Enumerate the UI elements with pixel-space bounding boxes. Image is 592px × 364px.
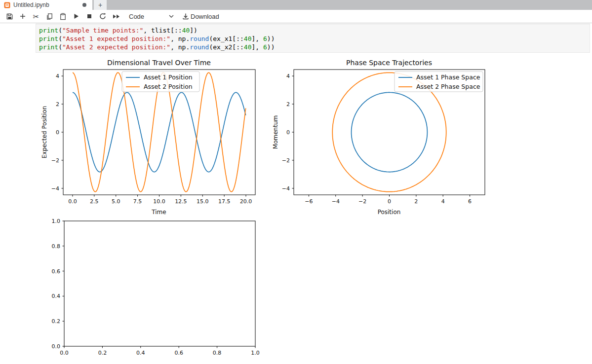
- download-button[interactable]: Download: [182, 13, 219, 20]
- tab-title: Untitled.ipynb: [13, 1, 82, 8]
- svg-text:−6: −6: [305, 198, 313, 205]
- code-cell[interactable]: print("Sample time points:", tlist[::40]…: [36, 24, 590, 53]
- save-button[interactable]: [3, 10, 16, 22]
- new-tab-button[interactable]: +: [94, 0, 107, 10]
- matplotlib-figure: 0.02.55.07.510.012.515.017.520.0−4−2024D…: [0, 55, 499, 364]
- browser-tab-notebook[interactable]: Untitled.ipynb: [0, 0, 92, 10]
- svg-text:−4: −4: [332, 198, 340, 205]
- svg-text:0: 0: [56, 129, 59, 136]
- svg-text:17.5: 17.5: [218, 198, 231, 205]
- svg-text:4: 4: [56, 73, 59, 79]
- svg-text:1.0: 1.0: [251, 350, 260, 356]
- svg-text:0: 0: [286, 129, 290, 136]
- svg-text:0.2: 0.2: [52, 318, 61, 325]
- svg-text:0.0: 0.0: [52, 343, 61, 350]
- interrupt-kernel-button[interactable]: [83, 10, 96, 22]
- svg-text:Position: Position: [378, 209, 401, 216]
- subplot-2: −6−4−20246−4−2024Phase Space Trajectorie…: [272, 59, 485, 216]
- run-cell-button[interactable]: [70, 10, 82, 22]
- fast-forward-icon: [112, 13, 120, 20]
- svg-text:−2: −2: [51, 157, 59, 164]
- axes-frame: [64, 221, 255, 346]
- plus-icon: [19, 13, 26, 20]
- svg-text:0.4: 0.4: [52, 293, 61, 299]
- save-icon: [6, 13, 13, 20]
- svg-text:10.0: 10.0: [153, 198, 165, 205]
- svg-text:Time: Time: [151, 209, 166, 216]
- download-label: Download: [191, 13, 219, 20]
- download-icon: [182, 13, 189, 20]
- svg-text:0.0: 0.0: [60, 350, 69, 356]
- svg-text:5.0: 5.0: [112, 198, 120, 205]
- svg-text:−2: −2: [282, 157, 290, 164]
- svg-text:2: 2: [56, 101, 59, 108]
- svg-text:20.0: 20.0: [240, 198, 252, 205]
- play-icon: [73, 13, 79, 20]
- svg-text:4: 4: [286, 73, 290, 79]
- notebook-favicon: [4, 2, 10, 8]
- svg-text:0.0: 0.0: [68, 198, 77, 205]
- notebook-toolbar: ✂ Code: [0, 10, 592, 23]
- svg-text:0.4: 0.4: [136, 350, 145, 356]
- legend: Asset 1 PositionAsset 2 Position: [122, 72, 199, 92]
- svg-text:4: 4: [441, 198, 445, 205]
- cell-output-area: 0.02.55.07.510.012.515.017.520.0−4−2024D…: [0, 55, 499, 364]
- cell-type-dropdown[interactable]: Code: [129, 13, 174, 20]
- svg-text:0.2: 0.2: [98, 350, 107, 356]
- svg-text:−4: −4: [51, 185, 59, 192]
- svg-text:2: 2: [414, 198, 418, 205]
- chevron-down-icon: [168, 14, 174, 18]
- svg-text:15.0: 15.0: [197, 198, 209, 205]
- copy-icon: [46, 13, 53, 20]
- restart-run-all-button[interactable]: [110, 10, 122, 22]
- legend: Asset 1 Phase SpaceAsset 2 Phase Space: [395, 72, 483, 92]
- cut-cell-button[interactable]: ✂: [30, 10, 42, 22]
- stop-icon: [86, 13, 93, 20]
- insert-cell-button[interactable]: [16, 10, 29, 22]
- paste-cell-button[interactable]: [56, 10, 69, 22]
- unsaved-changes-indicator: [82, 3, 86, 7]
- svg-text:0.8: 0.8: [52, 243, 61, 250]
- svg-text:Asset 2 Position: Asset 2 Position: [144, 83, 193, 90]
- restart-kernel-button[interactable]: [96, 10, 109, 22]
- copy-cell-button[interactable]: [43, 10, 56, 22]
- svg-text:Phase Space Trajectories: Phase Space Trajectories: [346, 59, 432, 67]
- svg-text:−4: −4: [282, 185, 290, 192]
- svg-text:Asset 1 Phase Space: Asset 1 Phase Space: [416, 73, 480, 81]
- svg-text:2.5: 2.5: [90, 198, 99, 205]
- code-cell-source[interactable]: print("Sample time points:", tlist[::40]…: [36, 24, 590, 51]
- svg-text:Expected Position: Expected Position: [41, 106, 48, 159]
- svg-text:12.5: 12.5: [175, 198, 187, 205]
- subplot-3: 0.00.20.40.60.81.00.00.20.40.60.81.0: [52, 218, 260, 356]
- svg-text:0.6: 0.6: [52, 268, 61, 275]
- svg-text:Dimensional Travel Over Time: Dimensional Travel Over Time: [107, 59, 211, 67]
- svg-text:Asset 1 Position: Asset 1 Position: [144, 73, 193, 81]
- svg-text:0: 0: [388, 198, 391, 205]
- svg-text:1.0: 1.0: [52, 218, 61, 224]
- paste-icon: [59, 13, 67, 20]
- svg-text:0.8: 0.8: [213, 350, 222, 356]
- svg-text:2: 2: [286, 101, 290, 108]
- subplot-1: 0.02.55.07.510.012.515.017.520.0−4−2024D…: [41, 59, 255, 216]
- browser-tab-bar: Untitled.ipynb +: [0, 0, 592, 10]
- svg-text:6: 6: [468, 198, 472, 205]
- cell-type-value: Code: [129, 13, 144, 20]
- svg-text:Asset 2 Phase Space: Asset 2 Phase Space: [416, 83, 480, 90]
- series-line: [352, 92, 428, 172]
- scissors-icon: ✂: [33, 13, 39, 20]
- restart-icon: [99, 12, 107, 20]
- svg-text:7.5: 7.5: [133, 198, 142, 205]
- svg-text:−2: −2: [358, 198, 366, 205]
- svg-text:0.6: 0.6: [174, 350, 183, 356]
- svg-text:Momentum: Momentum: [272, 115, 279, 149]
